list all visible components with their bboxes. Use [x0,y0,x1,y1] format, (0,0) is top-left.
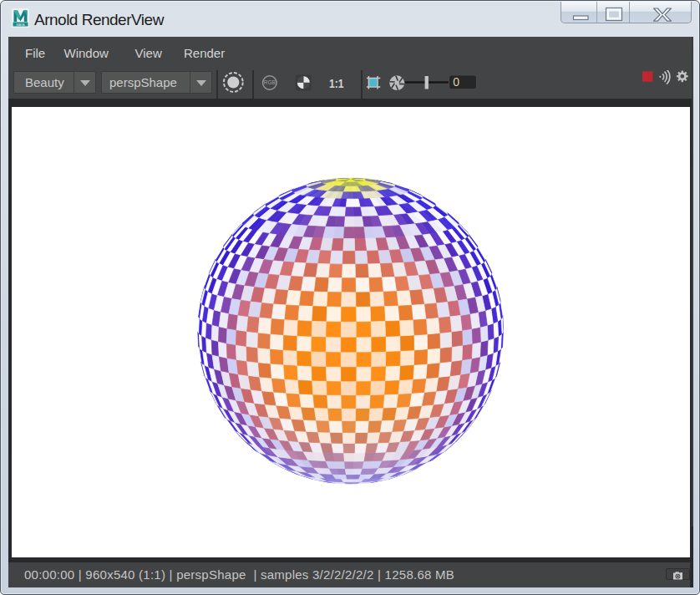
svg-text:0: 0 [453,75,459,89]
svg-text:MAYA: MAYA [16,23,25,27]
svg-text:1:1: 1:1 [329,76,344,90]
svg-text:RGB: RGB [264,79,276,85]
